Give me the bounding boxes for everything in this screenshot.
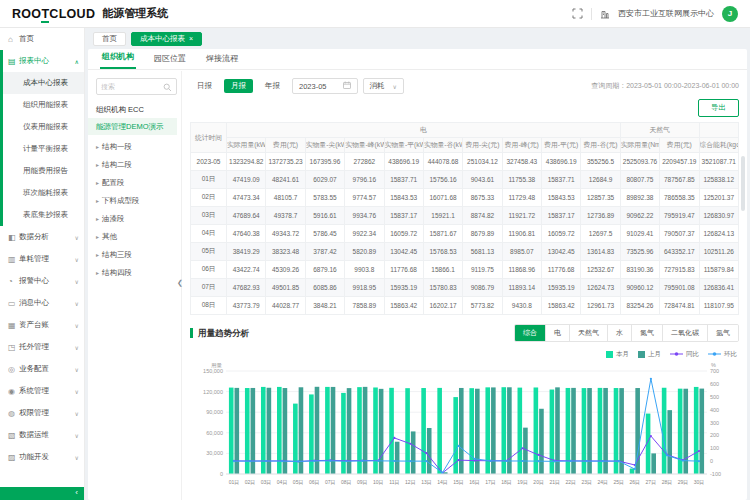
trend-toggle-氮气[interactable]: 氮气 — [632, 325, 663, 341]
cell-value: 9922.34 — [345, 225, 384, 243]
tree-search-box[interactable] — [96, 78, 177, 95]
cell-value: 15921.1 — [423, 207, 462, 225]
cell-value: 9934.76 — [345, 207, 384, 225]
tab-组织机构[interactable]: 组织机构 — [100, 51, 136, 69]
svg-text:28日: 28日 — [662, 479, 673, 486]
chevron-down-icon: ∨ — [75, 432, 79, 439]
tree-node-油漆段[interactable]: ▸油漆段 — [96, 210, 177, 228]
divider — [591, 8, 592, 20]
calendar-icon — [343, 81, 351, 91]
cell-value: 90960.12 — [620, 279, 659, 297]
legend-本月[interactable]: 本月 — [606, 350, 629, 359]
cell-value: 790507.37 — [660, 225, 699, 243]
tree-node-其他[interactable]: ▸其他 — [96, 228, 177, 246]
svg-text:10日: 10日 — [373, 479, 384, 486]
sidebar-item-业务配置[interactable]: ◎业务配置∨ — [0, 358, 84, 380]
sidebar-item-消息中心[interactable]: ▭消息中心∨ — [0, 292, 84, 314]
period-年报[interactable]: 年报 — [258, 79, 287, 93]
page-tab-home[interactable]: 首页 — [93, 32, 126, 46]
sidebar-item-数据分析[interactable]: ◧数据分析∨ — [0, 226, 84, 248]
tree-node-下料成型段[interactable]: ▸下料成型段 — [96, 192, 177, 210]
sidebar-item-数据运维[interactable]: ▧数据运维∨ — [0, 424, 84, 446]
tree-root-label[interactable]: 组织机构 ECC — [96, 105, 177, 115]
date-picker[interactable]: 2023-05 — [292, 78, 358, 94]
trend-toggle-电[interactable]: 电 — [546, 325, 570, 341]
tree-node-配置段[interactable]: ▸配置段 — [96, 174, 177, 192]
sidebar-item-label: 业务配置 — [19, 364, 49, 374]
sidebar-subitem-班次能耗报表[interactable]: 班次能耗报表 — [3, 182, 84, 204]
org-name[interactable]: 西安市工业互联网展示中心 — [618, 8, 714, 19]
cell-value: 795901.08 — [660, 279, 699, 297]
legend-上月[interactable]: 上月 — [638, 350, 661, 359]
sidebar-collapse-button[interactable]: ‹ — [0, 487, 85, 500]
page-tab-active[interactable]: 成本中心报表× — [131, 32, 202, 46]
sidebar-item-资产台账[interactable]: ▦资产台账∨ — [0, 314, 84, 336]
close-tab-icon[interactable]: × — [189, 33, 193, 45]
trend-toggle-综合[interactable]: 综合 — [515, 325, 546, 341]
cell-value: 9774.57 — [345, 189, 384, 207]
data-ops-icon: ▧ — [8, 431, 19, 440]
sidebar-item-首页[interactable]: ⌂首页 — [0, 28, 84, 50]
sidebar-item-功能开发[interactable]: ▨功能开发∨ — [0, 446, 84, 468]
export-button[interactable]: 导出 — [698, 99, 739, 117]
table-scrollbar[interactable] — [741, 156, 745, 211]
cell-time: 05日 — [191, 243, 227, 261]
tab-焊接流程[interactable]: 焊接流程 — [204, 53, 240, 69]
sidebar-subitem-成本中心报表[interactable]: 成本中心报表 — [3, 72, 84, 94]
tree-node-结构四段[interactable]: ▸结构四段 — [96, 264, 177, 282]
cell-value: 11893.14 — [502, 279, 541, 297]
col-header: 实物量-谷(kWh) — [423, 138, 462, 153]
trend-toggle-氩气[interactable]: 氩气 — [708, 325, 738, 341]
sidebar-item-权限管理[interactable]: ◍权限管理∨ — [0, 402, 84, 424]
svg-text:0: 0 — [220, 471, 223, 477]
metric-select[interactable]: 消耗∨ — [363, 78, 404, 94]
cell-value: 5773.82 — [463, 297, 502, 315]
tree-selected-node[interactable]: 能源管理DEMO演示 — [88, 118, 177, 135]
cell-value: 251034.12 — [463, 153, 502, 171]
trend-toggle-天然气[interactable]: 天然气 — [570, 325, 608, 341]
cell-value: 7858.89 — [345, 297, 384, 315]
trend-toggle-二氧化碳[interactable]: 二氧化碳 — [663, 325, 708, 341]
tree-node-结构三段[interactable]: ▸结构三段 — [96, 246, 177, 264]
legend-同比[interactable]: 同比 — [670, 350, 699, 359]
sidebar-item-托外管理[interactable]: ◳托外管理∨ — [0, 336, 84, 358]
svg-text:700: 700 — [710, 368, 719, 374]
legend-line-icon — [670, 351, 683, 358]
period-日报[interactable]: 日报 — [190, 79, 219, 93]
svg-text:150,000: 150,000 — [203, 368, 223, 374]
sidebar-subitem-组织用能报表[interactable]: 组织用能报表 — [3, 94, 84, 116]
tree-node-结构一段[interactable]: ▸结构一段 — [96, 138, 177, 156]
sidebar-item-单耗管理[interactable]: ▥单耗管理∨ — [0, 248, 84, 270]
sidebar-subitem-计量平衡报表[interactable]: 计量平衡报表 — [3, 138, 84, 160]
legend-环比[interactable]: 环比 — [708, 350, 737, 359]
sidebar-subitem-表底集抄报表[interactable]: 表底集抄报表 — [3, 204, 84, 226]
sidebar-subitem-仪表用能报表[interactable]: 仪表用能报表 — [3, 116, 84, 138]
cell-value: 11921.72 — [502, 207, 541, 225]
sidebar-item-报警中心[interactable]: ◔报警中心∨ — [0, 270, 84, 292]
tree-search-input[interactable] — [101, 83, 161, 90]
svg-text:用量: 用量 — [211, 362, 223, 369]
trend-toggle-水[interactable]: 水 — [608, 325, 632, 341]
period-月报[interactable]: 月报 — [224, 79, 253, 93]
tree-collapse-handle[interactable]: ❮ — [177, 271, 185, 295]
tab-园区位置[interactable]: 园区位置 — [152, 53, 188, 69]
cell-value: 38323.48 — [266, 243, 305, 261]
fullscreen-icon[interactable] — [572, 5, 583, 23]
cell-value: 102511.26 — [699, 243, 739, 261]
avatar[interactable]: J — [722, 6, 738, 22]
cell-value: 13614.83 — [581, 243, 620, 261]
rootcloud-logo: ROOTCLOUD — [12, 7, 95, 21]
col-header: 费用-谷(元) — [581, 138, 620, 153]
col-header: 综合能耗(kgce) — [699, 138, 739, 153]
cell-value: 8675.33 — [463, 189, 502, 207]
sidebar-item-报表中心[interactable]: ▤报表中心∧ — [3, 50, 84, 72]
svg-text:120,000: 120,000 — [203, 389, 223, 395]
sidebar-item-系统管理[interactable]: ◉系统管理∨ — [0, 380, 84, 402]
cell-value: 15768.53 — [423, 243, 462, 261]
cell-value: 15837.71 — [542, 171, 581, 189]
sidebar-subitem-用能费用报告[interactable]: 用能费用报告 — [3, 160, 84, 182]
tree-node-结构二段[interactable]: ▸结构二段 — [96, 156, 177, 174]
cell-time: 04日 — [191, 225, 227, 243]
cell-value: 9918.95 — [345, 279, 384, 297]
chevron-down-icon: ∨ — [75, 454, 79, 461]
